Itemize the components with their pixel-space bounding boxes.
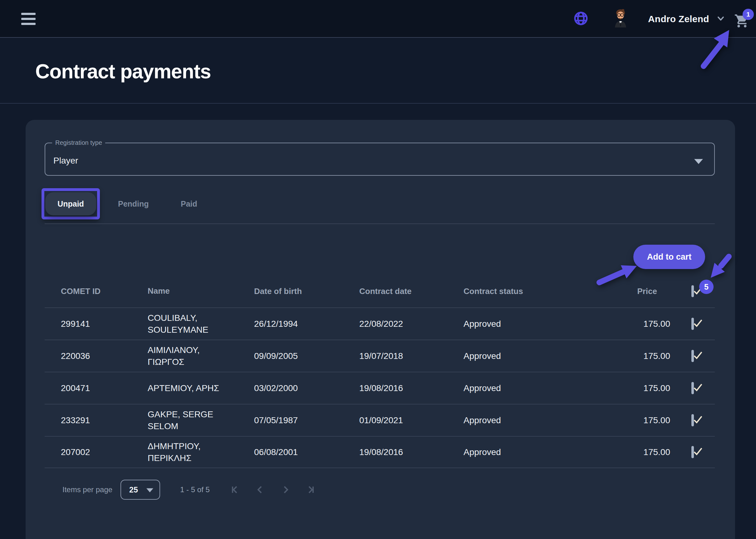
row-checkbox[interactable] bbox=[691, 414, 694, 426]
name-cell: ΑΙΜΙΛΙΑΝΟΥ, ΓΙΩΡΓΟΣ bbox=[148, 344, 254, 368]
date-of-birth-cell: 06/08/2001 bbox=[254, 447, 359, 457]
contract-date-cell: 01/09/2021 bbox=[359, 416, 464, 425]
column-header-contract-date: Contract date bbox=[359, 286, 464, 296]
first-page-button[interactable] bbox=[230, 485, 240, 495]
next-page-button[interactable] bbox=[280, 485, 290, 495]
content-card: Registration type Player Unpaid Pending … bbox=[26, 120, 735, 539]
row-checkbox[interactable] bbox=[691, 382, 694, 394]
date-of-birth-cell: 26/12/1994 bbox=[254, 319, 359, 329]
dropdown-arrow-icon bbox=[694, 159, 703, 164]
price-cell: 175.00 bbox=[643, 319, 670, 329]
comet-id-cell: 299141 bbox=[44, 319, 148, 329]
registration-type-select[interactable]: Registration type Player bbox=[44, 139, 715, 176]
menu-icon[interactable] bbox=[21, 13, 36, 25]
date-of-birth-cell: 09/09/2005 bbox=[254, 351, 359, 361]
table-row: 200471 ΑΡΤΕΜΙΟΥ, ΑΡΗΣ 03/02/2000 19/08/2… bbox=[44, 372, 715, 404]
table-row: 233291 GAKPE, SERGE SELOM 07/05/1987 01/… bbox=[44, 404, 715, 436]
user-menu[interactable]: Andro Zelend bbox=[648, 0, 725, 38]
column-header-comet-id: COMET ID bbox=[44, 286, 148, 296]
registration-type-value: Player bbox=[53, 156, 78, 166]
name-cell: COULIBALY, SOULEYMANE bbox=[148, 312, 254, 336]
dropdown-arrow-icon bbox=[146, 488, 153, 492]
pagination: Items per page 25 1 - 5 of 5 bbox=[44, 469, 315, 510]
avatar[interactable] bbox=[614, 9, 627, 28]
price-cell: 175.00 bbox=[643, 416, 670, 425]
tabs-divider bbox=[44, 223, 715, 224]
items-per-page-label: Items per page bbox=[62, 485, 113, 494]
contract-status-cell: Approved bbox=[464, 447, 598, 457]
last-page-button[interactable] bbox=[305, 485, 315, 495]
page-title: Contract payments bbox=[35, 60, 211, 83]
chevron-right-icon bbox=[280, 485, 290, 495]
language-globe-icon[interactable] bbox=[574, 11, 588, 26]
table-header-row: COMET ID Name Date of birth Contract dat… bbox=[44, 275, 715, 307]
price-cell: 175.00 bbox=[643, 447, 670, 457]
date-of-birth-cell: 03/02/2000 bbox=[254, 383, 359, 393]
user-name: Andro Zelend bbox=[648, 14, 709, 24]
items-per-page-select[interactable]: 25 bbox=[120, 480, 160, 500]
column-header-price: Price bbox=[637, 286, 670, 296]
contract-status-cell: Approved bbox=[464, 416, 598, 425]
comet-id-cell: 233291 bbox=[44, 416, 148, 425]
comet-id-cell: 200471 bbox=[44, 383, 148, 393]
date-of-birth-cell: 07/05/1987 bbox=[254, 416, 359, 425]
table-row: 299141 COULIBALY, SOULEYMANE 26/12/1994 … bbox=[44, 307, 715, 340]
first-page-icon bbox=[230, 485, 240, 495]
last-page-icon bbox=[305, 485, 315, 495]
contract-status-cell: Approved bbox=[464, 383, 598, 393]
select-all-checkbox[interactable] bbox=[691, 285, 694, 297]
items-per-page-value: 25 bbox=[129, 485, 138, 495]
contract-status-cell: Approved bbox=[464, 319, 598, 329]
contract-date-cell: 19/07/2018 bbox=[359, 351, 464, 361]
comet-id-cell: 207002 bbox=[44, 447, 148, 457]
contract-date-cell: 19/08/2016 bbox=[359, 447, 464, 457]
name-cell: GAKPE, SERGE SELOM bbox=[148, 409, 254, 432]
add-to-cart-button[interactable]: Add to cart bbox=[633, 245, 705, 269]
tab-unpaid[interactable]: Unpaid bbox=[45, 192, 96, 215]
contract-date-cell: 19/08/2016 bbox=[359, 383, 464, 393]
contract-date-cell: 22/08/2022 bbox=[359, 319, 464, 329]
name-cell: ΔΗΜΗΤΡΙΟΥ, ΠΕΡΙΚΛΗΣ bbox=[148, 440, 254, 464]
chevron-down-icon bbox=[716, 14, 725, 24]
table-body: 299141 COULIBALY, SOULEYMANE 26/12/1994 … bbox=[44, 307, 715, 468]
annotation-box-unpaid: Unpaid bbox=[41, 188, 100, 219]
table-row: 220036 ΑΙΜΙΛΙΑΝΟΥ, ΓΙΩΡΓΟΣ 09/09/2005 19… bbox=[44, 340, 715, 372]
price-cell: 175.00 bbox=[643, 383, 670, 393]
cart-count-badge: 1 bbox=[743, 9, 754, 20]
price-cell: 175.00 bbox=[643, 351, 670, 361]
tab-paid[interactable]: Paid bbox=[179, 188, 199, 219]
column-header-contract-status: Contract status bbox=[464, 286, 598, 296]
name-cell: ΑΡΤΕΜΙΟΥ, ΑΡΗΣ bbox=[148, 382, 254, 394]
row-checkbox[interactable] bbox=[691, 350, 694, 362]
selected-count-badge: 5 bbox=[699, 280, 714, 294]
row-checkbox[interactable] bbox=[691, 318, 694, 330]
title-divider bbox=[0, 103, 756, 104]
registration-type-label: Registration type bbox=[52, 139, 105, 146]
chevron-left-icon bbox=[255, 485, 265, 495]
column-header-name: Name bbox=[148, 285, 254, 296]
comet-id-cell: 220036 bbox=[44, 351, 148, 361]
column-header-date-of-birth: Date of birth bbox=[254, 286, 359, 296]
tab-pending[interactable]: Pending bbox=[116, 188, 151, 219]
previous-page-button[interactable] bbox=[255, 485, 265, 495]
topbar: Andro Zelend 1 bbox=[0, 0, 756, 38]
row-checkbox[interactable] bbox=[691, 446, 694, 458]
pagination-range-label: 1 - 5 of 5 bbox=[180, 485, 210, 494]
contract-status-cell: Approved bbox=[464, 351, 598, 361]
table-row: 207002 ΔΗΜΗΤΡΙΟΥ, ΠΕΡΙΚΛΗΣ 06/08/2001 19… bbox=[44, 436, 715, 468]
